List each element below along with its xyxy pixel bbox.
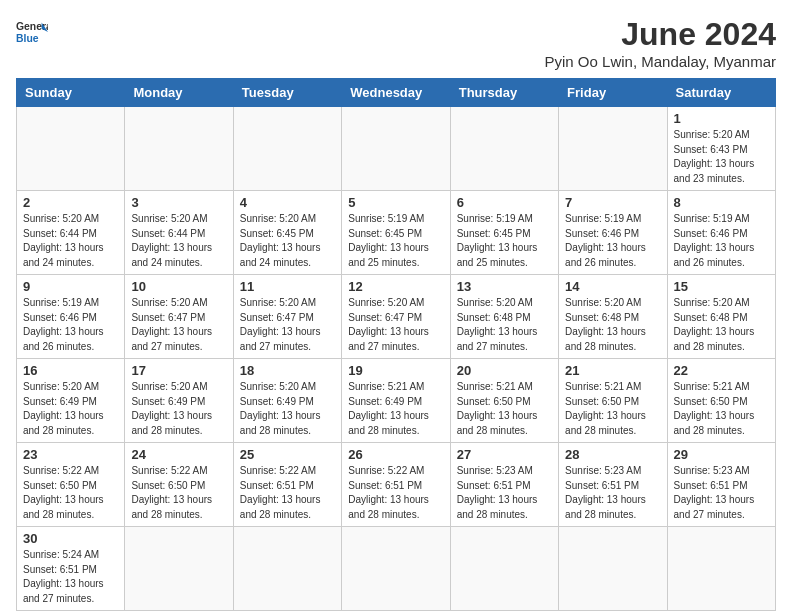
- calendar-table: SundayMondayTuesdayWednesdayThursdayFrid…: [16, 78, 776, 611]
- calendar-cell: 23Sunrise: 5:22 AM Sunset: 6:50 PM Dayli…: [17, 443, 125, 527]
- day-info: Sunrise: 5:23 AM Sunset: 6:51 PM Dayligh…: [674, 464, 769, 522]
- day-number: 3: [131, 195, 226, 210]
- day-number: 25: [240, 447, 335, 462]
- calendar-cell: 17Sunrise: 5:20 AM Sunset: 6:49 PM Dayli…: [125, 359, 233, 443]
- day-number: 19: [348, 363, 443, 378]
- weekday-header-wednesday: Wednesday: [342, 79, 450, 107]
- day-info: Sunrise: 5:20 AM Sunset: 6:45 PM Dayligh…: [240, 212, 335, 270]
- calendar-cell: 10Sunrise: 5:20 AM Sunset: 6:47 PM Dayli…: [125, 275, 233, 359]
- location-title: Pyin Oo Lwin, Mandalay, Myanmar: [545, 53, 776, 70]
- calendar-cell: 28Sunrise: 5:23 AM Sunset: 6:51 PM Dayli…: [559, 443, 667, 527]
- day-number: 4: [240, 195, 335, 210]
- day-number: 9: [23, 279, 118, 294]
- svg-text:Blue: Blue: [16, 33, 39, 44]
- calendar-cell: 19Sunrise: 5:21 AM Sunset: 6:49 PM Dayli…: [342, 359, 450, 443]
- calendar-cell: [450, 527, 558, 611]
- day-info: Sunrise: 5:20 AM Sunset: 6:47 PM Dayligh…: [240, 296, 335, 354]
- day-number: 20: [457, 363, 552, 378]
- calendar-cell: [559, 527, 667, 611]
- calendar-cell: 26Sunrise: 5:22 AM Sunset: 6:51 PM Dayli…: [342, 443, 450, 527]
- calendar-cell: 25Sunrise: 5:22 AM Sunset: 6:51 PM Dayli…: [233, 443, 341, 527]
- week-row-5: 23Sunrise: 5:22 AM Sunset: 6:50 PM Dayli…: [17, 443, 776, 527]
- day-number: 10: [131, 279, 226, 294]
- day-info: Sunrise: 5:20 AM Sunset: 6:43 PM Dayligh…: [674, 128, 769, 186]
- calendar-cell: [342, 527, 450, 611]
- calendar-cell: 14Sunrise: 5:20 AM Sunset: 6:48 PM Dayli…: [559, 275, 667, 359]
- day-info: Sunrise: 5:20 AM Sunset: 6:49 PM Dayligh…: [23, 380, 118, 438]
- day-info: Sunrise: 5:24 AM Sunset: 6:51 PM Dayligh…: [23, 548, 118, 606]
- weekday-header-saturday: Saturday: [667, 79, 775, 107]
- day-number: 22: [674, 363, 769, 378]
- day-info: Sunrise: 5:19 AM Sunset: 6:45 PM Dayligh…: [457, 212, 552, 270]
- day-number: 1: [674, 111, 769, 126]
- calendar-cell: [559, 107, 667, 191]
- day-info: Sunrise: 5:20 AM Sunset: 6:44 PM Dayligh…: [23, 212, 118, 270]
- day-number: 17: [131, 363, 226, 378]
- week-row-4: 16Sunrise: 5:20 AM Sunset: 6:49 PM Dayli…: [17, 359, 776, 443]
- calendar-cell: [17, 107, 125, 191]
- day-number: 28: [565, 447, 660, 462]
- day-number: 21: [565, 363, 660, 378]
- calendar-cell: 9Sunrise: 5:19 AM Sunset: 6:46 PM Daylig…: [17, 275, 125, 359]
- day-number: 11: [240, 279, 335, 294]
- calendar-cell: 18Sunrise: 5:20 AM Sunset: 6:49 PM Dayli…: [233, 359, 341, 443]
- calendar-cell: 3Sunrise: 5:20 AM Sunset: 6:44 PM Daylig…: [125, 191, 233, 275]
- calendar-cell: [667, 527, 775, 611]
- calendar-cell: 29Sunrise: 5:23 AM Sunset: 6:51 PM Dayli…: [667, 443, 775, 527]
- day-number: 23: [23, 447, 118, 462]
- day-info: Sunrise: 5:20 AM Sunset: 6:44 PM Dayligh…: [131, 212, 226, 270]
- day-info: Sunrise: 5:20 AM Sunset: 6:48 PM Dayligh…: [457, 296, 552, 354]
- calendar-cell: 1Sunrise: 5:20 AM Sunset: 6:43 PM Daylig…: [667, 107, 775, 191]
- calendar-cell: 8Sunrise: 5:19 AM Sunset: 6:46 PM Daylig…: [667, 191, 775, 275]
- day-info: Sunrise: 5:23 AM Sunset: 6:51 PM Dayligh…: [565, 464, 660, 522]
- day-info: Sunrise: 5:22 AM Sunset: 6:51 PM Dayligh…: [240, 464, 335, 522]
- day-number: 29: [674, 447, 769, 462]
- week-row-1: 1Sunrise: 5:20 AM Sunset: 6:43 PM Daylig…: [17, 107, 776, 191]
- calendar-cell: 6Sunrise: 5:19 AM Sunset: 6:45 PM Daylig…: [450, 191, 558, 275]
- calendar-cell: 13Sunrise: 5:20 AM Sunset: 6:48 PM Dayli…: [450, 275, 558, 359]
- weekday-header-row: SundayMondayTuesdayWednesdayThursdayFrid…: [17, 79, 776, 107]
- calendar-cell: 24Sunrise: 5:22 AM Sunset: 6:50 PM Dayli…: [125, 443, 233, 527]
- day-info: Sunrise: 5:23 AM Sunset: 6:51 PM Dayligh…: [457, 464, 552, 522]
- day-number: 15: [674, 279, 769, 294]
- calendar-cell: 15Sunrise: 5:20 AM Sunset: 6:48 PM Dayli…: [667, 275, 775, 359]
- day-number: 30: [23, 531, 118, 546]
- calendar-cell: [450, 107, 558, 191]
- week-row-6: 30Sunrise: 5:24 AM Sunset: 6:51 PM Dayli…: [17, 527, 776, 611]
- calendar-cell: 20Sunrise: 5:21 AM Sunset: 6:50 PM Dayli…: [450, 359, 558, 443]
- day-number: 8: [674, 195, 769, 210]
- day-number: 13: [457, 279, 552, 294]
- day-number: 24: [131, 447, 226, 462]
- day-info: Sunrise: 5:20 AM Sunset: 6:48 PM Dayligh…: [674, 296, 769, 354]
- day-number: 6: [457, 195, 552, 210]
- day-info: Sunrise: 5:22 AM Sunset: 6:50 PM Dayligh…: [23, 464, 118, 522]
- calendar-cell: [233, 107, 341, 191]
- calendar-cell: 21Sunrise: 5:21 AM Sunset: 6:50 PM Dayli…: [559, 359, 667, 443]
- day-info: Sunrise: 5:20 AM Sunset: 6:49 PM Dayligh…: [240, 380, 335, 438]
- month-title: June 2024: [545, 16, 776, 53]
- day-info: Sunrise: 5:19 AM Sunset: 6:46 PM Dayligh…: [565, 212, 660, 270]
- day-number: 18: [240, 363, 335, 378]
- calendar-cell: [233, 527, 341, 611]
- calendar-cell: 22Sunrise: 5:21 AM Sunset: 6:50 PM Dayli…: [667, 359, 775, 443]
- calendar-cell: 16Sunrise: 5:20 AM Sunset: 6:49 PM Dayli…: [17, 359, 125, 443]
- day-info: Sunrise: 5:20 AM Sunset: 6:49 PM Dayligh…: [131, 380, 226, 438]
- calendar-cell: 11Sunrise: 5:20 AM Sunset: 6:47 PM Dayli…: [233, 275, 341, 359]
- calendar-cell: [125, 107, 233, 191]
- logo: General Blue: [16, 16, 48, 48]
- calendar-cell: 12Sunrise: 5:20 AM Sunset: 6:47 PM Dayli…: [342, 275, 450, 359]
- day-info: Sunrise: 5:20 AM Sunset: 6:47 PM Dayligh…: [131, 296, 226, 354]
- day-number: 26: [348, 447, 443, 462]
- day-info: Sunrise: 5:22 AM Sunset: 6:51 PM Dayligh…: [348, 464, 443, 522]
- calendar-cell: 2Sunrise: 5:20 AM Sunset: 6:44 PM Daylig…: [17, 191, 125, 275]
- calendar-cell: 5Sunrise: 5:19 AM Sunset: 6:45 PM Daylig…: [342, 191, 450, 275]
- week-row-3: 9Sunrise: 5:19 AM Sunset: 6:46 PM Daylig…: [17, 275, 776, 359]
- day-number: 16: [23, 363, 118, 378]
- day-info: Sunrise: 5:21 AM Sunset: 6:50 PM Dayligh…: [457, 380, 552, 438]
- day-info: Sunrise: 5:19 AM Sunset: 6:46 PM Dayligh…: [674, 212, 769, 270]
- day-number: 12: [348, 279, 443, 294]
- day-number: 27: [457, 447, 552, 462]
- day-number: 5: [348, 195, 443, 210]
- calendar-cell: [125, 527, 233, 611]
- weekday-header-tuesday: Tuesday: [233, 79, 341, 107]
